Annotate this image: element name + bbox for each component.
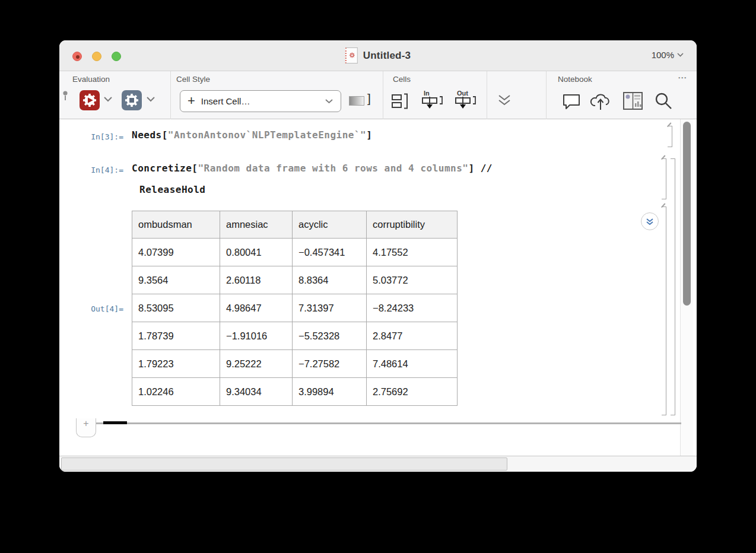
toolbar-overflow-button[interactable]: ⋯ bbox=[678, 72, 687, 83]
table-cell: 2.8477 bbox=[367, 322, 458, 350]
notebook-file-icon bbox=[345, 47, 358, 63]
table-cell: 1.02246 bbox=[132, 378, 220, 406]
documentation-button[interactable] bbox=[622, 91, 644, 110]
table-cell: 4.17552 bbox=[367, 239, 458, 266]
insert-new-cell-tab[interactable]: + bbox=[76, 418, 96, 437]
double-chevron-down-icon bbox=[646, 218, 654, 225]
open-bracket: [ bbox=[192, 163, 198, 174]
chevron-down-icon bbox=[103, 96, 113, 102]
horizontal-scrollbar-thumb[interactable] bbox=[61, 457, 507, 471]
cell-bracket-out4[interactable] bbox=[662, 206, 666, 415]
table-row: 1.78739 −1.91016 −5.52328 2.8477 bbox=[132, 322, 458, 350]
table-cell: 8.8364 bbox=[293, 266, 367, 294]
output-controls-button[interactable] bbox=[641, 212, 659, 230]
toolbar-separator bbox=[487, 71, 487, 119]
toolbar-separator bbox=[546, 71, 547, 119]
toolbar: Evaluation bbox=[59, 71, 697, 119]
double-chevron-down-icon bbox=[497, 94, 512, 107]
chat-button[interactable] bbox=[561, 93, 582, 110]
string-literal: "Random data frame with 6 rows and 4 col… bbox=[198, 163, 468, 174]
chevron-down-icon bbox=[146, 96, 155, 102]
cloud-publish-button[interactable] bbox=[589, 91, 612, 112]
magnification-value: 100% bbox=[652, 50, 674, 60]
cloud-upload-icon bbox=[589, 91, 612, 112]
table-cell: −8.24233 bbox=[367, 294, 458, 322]
cell-bracket-glyph: ] bbox=[367, 91, 371, 106]
output-dataframe-table: ombudsman amnesiac acyclic corruptibilit… bbox=[132, 211, 458, 406]
table-cell: 7.31397 bbox=[293, 294, 367, 322]
table-cell: 8.53095 bbox=[132, 294, 220, 322]
toolbar-separator bbox=[170, 71, 171, 119]
table-cell: 1.78739 bbox=[132, 322, 220, 350]
table-cell: 9.34034 bbox=[220, 378, 293, 406]
cell-insertion-anchor bbox=[103, 421, 127, 424]
table-cell: 7.48614 bbox=[367, 350, 458, 378]
insert-output-cell-button[interactable]: Out bbox=[455, 89, 482, 112]
column-header: ombudsman bbox=[132, 211, 220, 239]
table-cell: 1.79223 bbox=[132, 350, 220, 378]
group-cells-icon bbox=[390, 93, 409, 110]
table-cell: 4.98647 bbox=[220, 294, 293, 322]
cell-style-section-label: Cell Style bbox=[176, 75, 210, 84]
plus-icon: + bbox=[83, 418, 88, 429]
svg-text:In: In bbox=[424, 90, 430, 97]
horizontal-scrollbar-track[interactable] bbox=[59, 456, 697, 472]
titlebar[interactable]: Untitled-3 100% bbox=[59, 40, 697, 71]
input-cell-4-line1[interactable]: Concretize["Random data frame with 6 row… bbox=[132, 163, 493, 174]
minimize-button[interactable] bbox=[92, 52, 101, 61]
table-header-row: ombudsman amnesiac acyclic corruptibilit… bbox=[132, 211, 458, 239]
out4-label: Out[4]= bbox=[76, 304, 123, 313]
close-button[interactable] bbox=[72, 52, 82, 61]
insert-cell-dropdown[interactable]: + Insert Cell… bbox=[180, 90, 341, 112]
insert-cell-label: Insert Cell… bbox=[201, 96, 325, 106]
column-header: corruptibility bbox=[367, 211, 458, 239]
maximize-button[interactable] bbox=[112, 52, 121, 61]
table-cell: −7.27582 bbox=[293, 350, 367, 378]
input-cell-icon: In bbox=[421, 89, 446, 112]
abort-options-chevron[interactable] bbox=[146, 96, 155, 102]
table-cell: −1.91016 bbox=[220, 322, 293, 350]
chevron-down-icon bbox=[677, 53, 684, 57]
evaluate-cells-button[interactable] bbox=[80, 90, 100, 110]
close-bracket: ] bbox=[366, 129, 372, 141]
group-cells-button[interactable] bbox=[390, 93, 409, 110]
cell-insertion-line[interactable] bbox=[96, 422, 681, 424]
column-header: amnesiac bbox=[220, 211, 293, 239]
table-cell: 4.07399 bbox=[132, 239, 220, 266]
notebook-window: Untitled-3 100% Evaluation bbox=[59, 40, 697, 472]
evaluate-options-chevron[interactable] bbox=[103, 96, 113, 102]
cell-group-bracket[interactable] bbox=[671, 158, 675, 415]
documentation-icon bbox=[622, 91, 644, 110]
table-row: 1.79223 9.25222 −7.27582 7.48614 bbox=[132, 350, 458, 378]
input-cell-4-line2[interactable]: ReleaseHold bbox=[139, 184, 205, 195]
chat-bubble-icon bbox=[561, 93, 582, 110]
input-cell-3[interactable]: Needs["AntonAntonov`NLPTemplateEngine`"] bbox=[132, 129, 372, 141]
evaluation-section-label: Evaluation bbox=[72, 75, 110, 84]
chevron-down-icon bbox=[325, 98, 333, 104]
plus-icon: + bbox=[188, 93, 195, 109]
column-header: acyclic bbox=[293, 211, 367, 239]
table-cell: 3.99894 bbox=[293, 378, 367, 406]
table-cell: 2.60118 bbox=[220, 266, 293, 294]
cell-background-swatch[interactable] bbox=[349, 96, 364, 106]
insert-input-cell-button[interactable]: In bbox=[421, 89, 446, 112]
table-row: 1.02246 9.34034 3.99894 2.75692 bbox=[132, 378, 458, 406]
table-row: 4.07399 0.80041 −0.457341 4.17552 bbox=[132, 239, 458, 266]
vertical-scrollbar-thumb[interactable] bbox=[683, 122, 691, 306]
abort-evaluation-button[interactable] bbox=[122, 90, 142, 110]
open-bracket: [ bbox=[162, 129, 168, 141]
function-name: Concretize bbox=[132, 163, 192, 174]
search-button[interactable] bbox=[654, 91, 673, 110]
cell-bracket-in3[interactable] bbox=[668, 126, 672, 147]
expand-toolbar-button[interactable] bbox=[497, 94, 512, 107]
output-cell-icon: Out bbox=[455, 89, 482, 112]
in4-label: In[4]:= bbox=[76, 166, 123, 174]
cell-bracket-in4[interactable] bbox=[662, 158, 666, 199]
table-row: 9.3564 2.60118 8.8364 5.03772 bbox=[132, 266, 458, 294]
table-cell: −0.457341 bbox=[293, 239, 367, 266]
string-literal: "AntonAntonov`NLPTemplateEngine`" bbox=[168, 129, 366, 141]
function-name: Needs bbox=[132, 129, 162, 141]
magnification-control[interactable]: 100% bbox=[652, 50, 684, 60]
toolbar-pin-icon[interactable] bbox=[61, 89, 70, 102]
table-cell: 0.80041 bbox=[220, 239, 293, 266]
